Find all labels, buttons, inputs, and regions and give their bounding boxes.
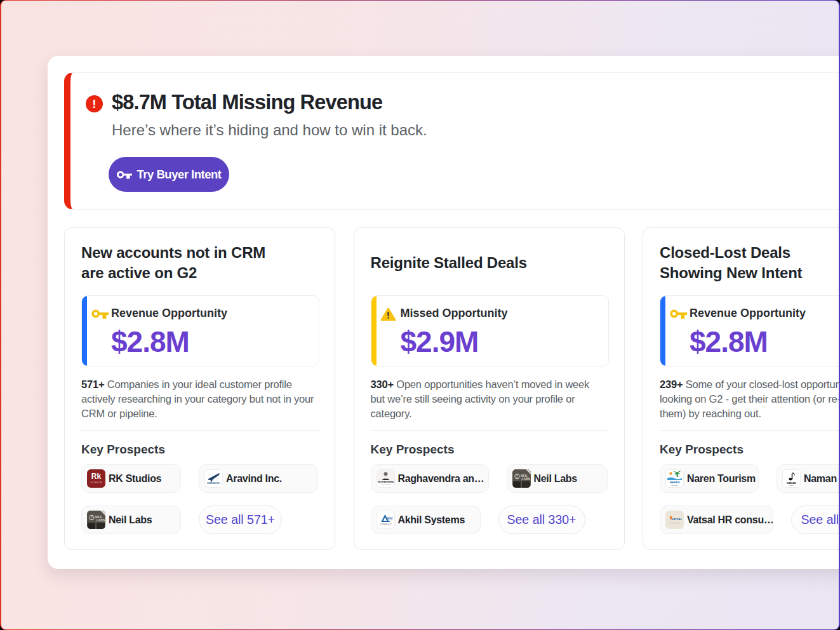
svg-text:L: L: [516, 476, 517, 479]
svg-text:LABS: LABS: [521, 477, 530, 481]
svg-text:TOURISM: TOURISM: [671, 485, 678, 486]
svg-text:ARAVIND INC.: ARAVIND INC.: [207, 482, 220, 485]
svg-text:HR SOLUTIONS: HR SOLUTIONS: [669, 522, 681, 524]
svg-text:VATSAL: VATSAL: [672, 518, 683, 521]
svg-text:— LAW STUDIO —: — LAW STUDIO —: [379, 484, 393, 486]
svg-text:SYSTEMS PVT: SYSTEMS PVT: [380, 523, 392, 526]
svg-text:NAMAN: NAMAN: [787, 481, 796, 485]
svg-text:RAGHAVENDRA: RAGHAVENDRA: [378, 481, 394, 483]
svg-text:akhil: akhil: [385, 517, 392, 520]
svg-text:MUSIC: MUSIC: [789, 485, 794, 486]
svg-text:LABS: LABS: [97, 518, 105, 522]
svg-text:NAREN: NAREN: [670, 481, 680, 484]
svg-text:Rk: Rk: [91, 472, 102, 481]
svg-text:STUDIOS: STUDIOS: [91, 481, 102, 484]
svg-text:L: L: [91, 518, 93, 520]
